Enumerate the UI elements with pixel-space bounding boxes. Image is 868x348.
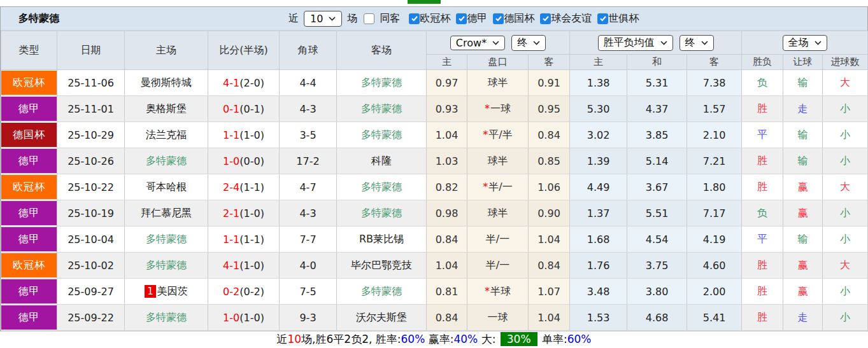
euro-home-odds: 3.02 bbox=[570, 122, 627, 148]
europe-avg-value: 胜平负均值 bbox=[604, 36, 655, 50]
asia-odds-header: Crow* 终 bbox=[427, 31, 570, 55]
asia-home-odds: 1.04 bbox=[427, 253, 467, 279]
footer-stat: 30% bbox=[501, 332, 537, 346]
checkbox[interactable] bbox=[540, 13, 551, 24]
match-row: 德甲25-10-19拜仁慕尼黑2-1(1-0)4-3多特蒙德0.98球半0.90… bbox=[1, 200, 868, 226]
result-wdl: 平 bbox=[742, 122, 783, 148]
league-filter[interactable]: 世俱杯 bbox=[597, 12, 639, 25]
league-filter[interactable]: 球会友谊 bbox=[540, 12, 592, 25]
match-row: 德甲25-11-01奥格斯堡0-1(0-1)4-3多特蒙德0.93*一球0.95… bbox=[1, 96, 868, 122]
fulltime-score: 2-4 bbox=[223, 181, 239, 193]
match-date: 25-10-19 bbox=[57, 200, 125, 226]
checkmark-icon bbox=[411, 15, 418, 22]
handicap: 一球 bbox=[490, 102, 511, 115]
bookmaker-time-select[interactable]: 终 bbox=[511, 35, 546, 51]
match-row: 德甲25-10-26多特蒙德1-0(0-0)17-2科隆1.03球半0.851.… bbox=[1, 148, 868, 174]
euro-draw-odds: 4.37 bbox=[627, 96, 687, 122]
league-filter[interactable]: 德国杯 bbox=[493, 12, 534, 25]
result-wdl: 胜 bbox=[742, 253, 783, 279]
bookmaker-time-value: 终 bbox=[517, 36, 527, 50]
result-wdl: 胜 bbox=[742, 174, 783, 200]
league-cell: 德甲 bbox=[1, 279, 57, 305]
sub-header-euro-draw: 和 bbox=[627, 55, 687, 70]
handicap: 一球 bbox=[488, 311, 508, 323]
euro-draw-odds: 5.14 bbox=[627, 148, 687, 174]
league-filter[interactable]: 德甲 bbox=[456, 12, 487, 25]
euro-draw-odds: 3.85 bbox=[627, 122, 687, 148]
away-team: 多特蒙德 bbox=[361, 285, 402, 297]
recent-count-select[interactable]: 10 bbox=[304, 11, 342, 27]
league-filter[interactable]: 欧冠杯 bbox=[409, 12, 450, 25]
euro-away-odds: 2.10 bbox=[687, 122, 742, 148]
result-goals: 小 bbox=[823, 305, 868, 331]
halftime-score: (0-2) bbox=[239, 286, 264, 298]
result-goals: 小 bbox=[823, 96, 868, 122]
home-team: 曼彻斯特城 bbox=[141, 76, 192, 88]
result-handicap: 输 bbox=[783, 148, 823, 174]
home-team-cell: 多特蒙德 bbox=[125, 148, 208, 174]
fulltime-score: 1-0 bbox=[223, 155, 239, 167]
checkmark-icon bbox=[542, 15, 550, 22]
corners: 4-4 bbox=[280, 70, 337, 96]
halftime-score: (0-1) bbox=[239, 103, 264, 115]
match-date: 25-10-04 bbox=[57, 226, 125, 253]
euro-home-odds: 3.48 bbox=[570, 279, 627, 305]
result-goals: 小 bbox=[823, 122, 868, 148]
match-date: 25-11-01 bbox=[57, 96, 125, 122]
bookmaker-select[interactable]: Crow* bbox=[450, 36, 505, 50]
fulltime-score: 0-2 bbox=[223, 286, 239, 298]
sub-header-euro-away: 客 bbox=[687, 55, 742, 70]
euro-home-odds: 1.68 bbox=[570, 226, 627, 253]
result-wdl: 胜 bbox=[742, 305, 783, 331]
checkmark-icon bbox=[599, 15, 607, 22]
fulltime-score: 4-1 bbox=[223, 77, 239, 89]
europe-odds-header: 胜平负均值 终 bbox=[570, 31, 742, 55]
result-goals: 大 bbox=[823, 70, 868, 96]
corners: 7-7 bbox=[280, 226, 337, 253]
league-cell: 欧冠杯 bbox=[1, 253, 57, 279]
euro-away-odds: 7.38 bbox=[687, 70, 742, 96]
sub-header-goals: 进球数 bbox=[823, 55, 868, 70]
recent-label: 近 bbox=[288, 12, 299, 25]
league-filter-label: 世俱杯 bbox=[608, 12, 639, 25]
away-team-cell: 毕尔巴鄂竞技 bbox=[337, 253, 427, 279]
euro-home-odds: 1.37 bbox=[570, 200, 627, 226]
corners: 4-3 bbox=[280, 96, 337, 122]
league-filter-label: 德国杯 bbox=[504, 12, 534, 25]
result-goals: 大 bbox=[823, 174, 868, 200]
match-row: 德甲25-09-271美因茨0-2(0-2)7-5多特蒙德0.81*半球1.07… bbox=[1, 279, 868, 305]
league-badge: 德甲 bbox=[1, 97, 57, 121]
result-goals: 小 bbox=[823, 279, 868, 305]
home-team: 奥格斯堡 bbox=[146, 102, 187, 115]
chevron-down-icon bbox=[660, 41, 667, 45]
result-goals: 小 bbox=[823, 226, 868, 253]
handicap: 半/一 bbox=[486, 259, 509, 271]
halftime-score: (1-1) bbox=[239, 181, 264, 193]
checkbox[interactable] bbox=[409, 13, 420, 24]
europe-time-select[interactable]: 终 bbox=[679, 35, 714, 51]
away-team: 科隆 bbox=[371, 155, 392, 167]
away-team-cell: 多特蒙德 bbox=[337, 200, 427, 226]
home-team: 法兰克福 bbox=[146, 129, 187, 141]
checkbox[interactable] bbox=[597, 13, 608, 24]
result-wdl: 胜 bbox=[742, 279, 783, 305]
handicap: 球半 bbox=[488, 207, 508, 219]
result-wdl: 胜 bbox=[742, 148, 783, 174]
euro-draw-odds: 5.51 bbox=[627, 200, 687, 226]
result-handicap: 输 bbox=[783, 70, 823, 96]
euro-away-odds: 4.19 bbox=[687, 226, 742, 253]
home-team-cell: 曼彻斯特城 bbox=[125, 70, 208, 96]
match-date: 25-10-22 bbox=[57, 174, 125, 200]
handicap: 球半 bbox=[488, 76, 508, 88]
scope-select[interactable]: 全场 bbox=[783, 35, 827, 51]
handicap-cell: 球半 bbox=[467, 70, 529, 96]
fulltime-score: 1-1 bbox=[223, 129, 239, 141]
europe-avg-select[interactable]: 胜平负均值 bbox=[598, 35, 673, 51]
handicap-star: * bbox=[483, 181, 488, 193]
checkbox[interactable] bbox=[456, 13, 467, 24]
match-date: 25-10-26 bbox=[57, 148, 125, 174]
result-handicap: 赢 bbox=[783, 279, 823, 305]
checkbox[interactable] bbox=[493, 13, 504, 24]
fulltime-score: 0-1 bbox=[223, 103, 239, 115]
same-away-checkbox[interactable] bbox=[364, 13, 374, 24]
